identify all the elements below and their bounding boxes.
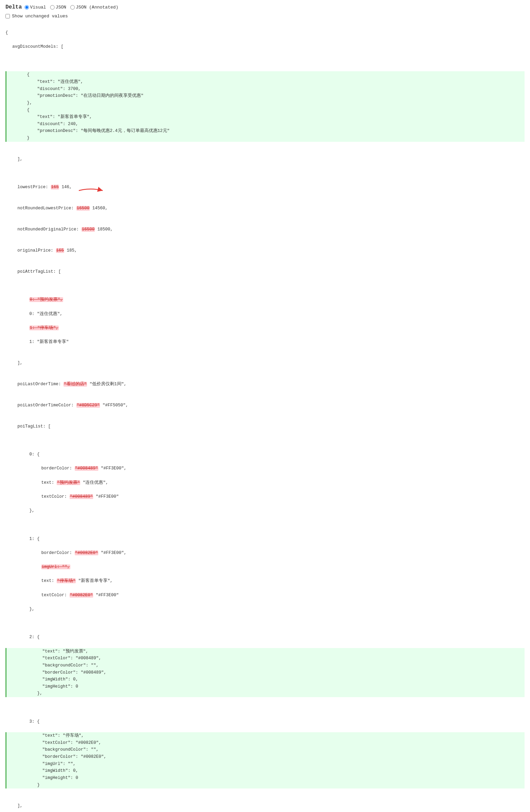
removed-text-color-1: "#0082E0"	[70, 593, 94, 598]
line-poi-tag-0-close: },	[5, 507, 525, 514]
tab-json-label: JSON	[56, 5, 66, 10]
line-poi-tag-1-border-color: borderColor: "#0082E0" "#FF3E00",	[5, 550, 525, 557]
tab-json[interactable]: JSON	[50, 5, 66, 10]
line-poi-tag-1-img-url: imgUrl: "",	[5, 564, 525, 571]
tab-visual-label: Visual	[30, 5, 46, 10]
line-poi-attr-1-removed: 1: "停车场",	[5, 324, 525, 332]
removed-original-price: 165	[56, 248, 65, 253]
tab-json-annotated[interactable]: JSON (Annotated)	[70, 5, 118, 10]
line-lowest-price: lowestPrice: 165 146,	[5, 184, 525, 191]
line-poi-tag-2-open: 2: {	[5, 634, 525, 641]
show-unchanged-checkbox[interactable]	[5, 14, 10, 18]
added-block-poi-tag-2: "text": "预约发票", "textColor": "#008489", …	[5, 648, 525, 697]
line-poi-tag-list: poiTagList: [	[5, 423, 525, 430]
added-block-poi-tag-3: "text": "停车场", "textColor": "#0082E0", "…	[5, 732, 525, 788]
removed-lowest-price: 165	[51, 185, 59, 190]
line-poi-last-order-color: poiLastOrderTimeColor: "#8D5C29" "#FF505…	[5, 402, 525, 409]
tab-visual[interactable]: Visual	[25, 5, 46, 10]
radio-visual[interactable]	[25, 5, 29, 10]
line-poi-attr-1-added: 1: "新客首单专享"	[5, 338, 525, 346]
line-original-price: originalPrice: 165 185,	[5, 247, 525, 254]
line-poi-tag-1-text: text: "停车场" "新客首单专享",	[5, 578, 525, 585]
header: Delta Visual JSON JSON (Annotated)	[5, 4, 525, 10]
page-title: Delta	[5, 4, 22, 10]
line-poi-tag-3-open: 3: {	[5, 718, 525, 725]
removed-text-0: "预约发票"	[57, 480, 80, 485]
removed-img-url-1: imgUrl: "",	[41, 565, 70, 569]
added-block-1: { "text": "连住优惠", "discount": 3700, "pro…	[5, 71, 525, 142]
removed-poi-last-order-color: "#8D5C29"	[76, 403, 100, 408]
removed-tag-1-parking: 1: "停车场",	[29, 325, 59, 330]
removed-text-1: "停车场"	[57, 579, 76, 583]
line-poi-tag-0-border-color: borderColor: "#008489" "#FF3E00",	[5, 465, 525, 472]
removed-border-color-1: "#0082E0"	[75, 551, 99, 555]
removed-poi-last-order-time: "看过的店"	[64, 382, 87, 387]
line-poi-last-order-time: poiLastOrderTime: "看过的店" "低价房仅剩1间",	[5, 381, 525, 388]
line-poi-tag-1-text-color: textColor: "#0082E0" "#FF3E00"	[5, 592, 525, 599]
line-poi-attr-tag-list: poiAttrTagList: [	[5, 268, 525, 275]
diff-content: { avgDiscountModels: [ { "text": "连住优惠",…	[5, 22, 525, 812]
view-mode-tabs: Visual JSON JSON (Annotated)	[25, 5, 118, 10]
removed-tag-0-invoice: 0: "预约发票",	[29, 297, 63, 302]
line-poi-tag-1-open: 1: {	[5, 536, 525, 543]
line-poi-attr-0-added: 0: "连住优惠",	[5, 310, 525, 318]
radio-json-annotated[interactable]	[70, 5, 75, 10]
removed-not-rounded-original: 16500	[82, 227, 95, 232]
removed-border-color-0: "#008489"	[75, 466, 99, 471]
tab-json-annotated-label: JSON (Annotated)	[76, 5, 118, 10]
line-poi-tag-1-close: },	[5, 606, 525, 613]
show-unchanged-row: Show unchanged values	[5, 14, 525, 19]
line-poi-tag-0-open: 0: {	[5, 451, 525, 458]
line-bracket-close: ],	[5, 156, 525, 163]
show-unchanged-label: Show unchanged values	[12, 14, 68, 19]
arrow-icon-1	[77, 187, 104, 194]
line-not-rounded-original: notRoundedOriginalPrice: 16500 18500,	[5, 226, 525, 233]
line-open-brace: {	[5, 29, 525, 37]
removed-text-color-0: "#008489"	[70, 494, 94, 499]
line-poi-tag-0-text-color: textColor: "#008489" "#FF3E00"	[5, 493, 525, 501]
line-poi-attr-close: ],	[5, 360, 525, 367]
radio-json[interactable]	[50, 5, 55, 10]
line-poi-attr-0-removed: 0: "预约发票",	[5, 296, 525, 303]
removed-not-rounded-lowest: 16500	[76, 206, 90, 211]
line-not-rounded-lowest: notRoundedLowestPrice: 16500 14560,	[5, 205, 525, 212]
line-poi-tag-list-close: ],	[5, 802, 525, 810]
line-poi-tag-0-text: text: "预约发票" "连住优惠",	[5, 479, 525, 487]
line-avg-discount: avgDiscountModels: [	[5, 43, 525, 50]
